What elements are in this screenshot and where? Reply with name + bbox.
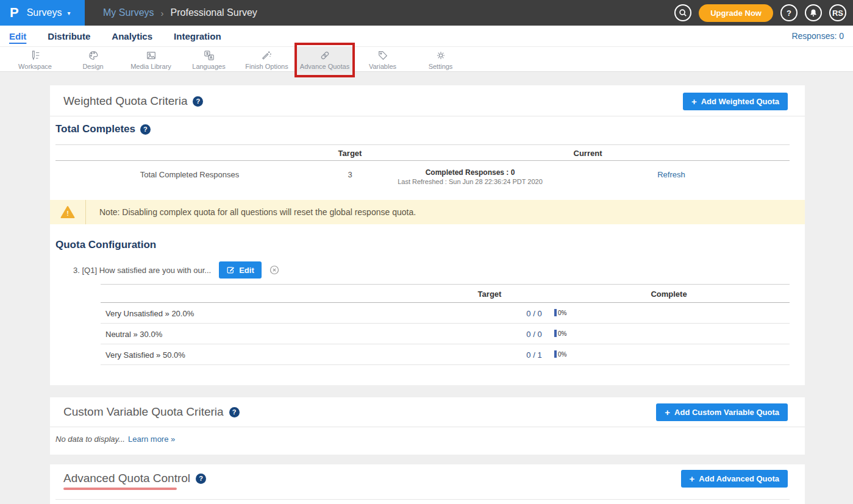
target-count: 0 / 1: [526, 350, 541, 360]
toolbar-item-settings[interactable]: Settings: [412, 47, 469, 72]
help-icon[interactable]: ?: [196, 474, 206, 484]
search-button[interactable]: [674, 4, 691, 21]
plus-icon: +: [690, 474, 695, 484]
divider: [50, 116, 805, 116]
quota-question-row: 3. [Q1] How satisfied are you with our..…: [73, 261, 279, 279]
palette-icon: [88, 50, 99, 61]
progress-indicator: 0%: [554, 330, 566, 337]
add-advanced-quota-button[interactable]: + Add Advanced Quota: [681, 470, 788, 488]
toolbar-item-variables[interactable]: Variables: [354, 47, 412, 72]
product-name: Surveys: [27, 7, 62, 18]
progress-percent: 0%: [558, 310, 566, 316]
annotation-underline: [63, 488, 177, 490]
topbar-actions: Upgrade Now ? RS: [674, 4, 853, 22]
advanced-quota-title: Advanced Quota Control ?: [63, 472, 206, 485]
divider: [55, 499, 790, 500]
survey-tab-bar: Edit Distribute Analytics Integration Re…: [0, 26, 853, 47]
column-current: Current: [574, 149, 602, 158]
image-icon: [146, 50, 157, 61]
chevron-down-icon: ▾: [67, 10, 70, 16]
chain-link-icon: [319, 50, 330, 61]
table-row: Neutral » 30.0% 0 / 0 0%: [101, 324, 790, 344]
tab-edit[interactable]: Edit: [9, 31, 26, 41]
plus-icon: +: [665, 407, 670, 417]
svg-text:!: !: [66, 210, 69, 217]
top-bar: P Surveys ▾ My Surveys › Professional Su…: [0, 0, 853, 26]
advanced-quota-card: Advanced Quota Control ? + Add Advanced …: [50, 464, 805, 504]
add-weighted-quota-button[interactable]: + Add Weighted Quota: [683, 93, 788, 110]
question-label: 3. [Q1] How satisfied are you with our..…: [73, 266, 211, 275]
row-label: Total Completed Responses: [140, 170, 240, 179]
user-avatar[interactable]: RS: [829, 4, 846, 21]
answer-option-label: Very Satisfied » 50.0%: [105, 350, 185, 360]
custom-variable-quota-card: Custom Variable Quota Criteria ? + Add C…: [50, 397, 805, 455]
remove-quota-icon[interactable]: [269, 265, 279, 275]
help-button[interactable]: ?: [780, 4, 798, 21]
answer-option-label: Neutral » 30.0%: [105, 330, 162, 339]
empty-state-text: No data to display...: [55, 435, 125, 444]
tab-integration[interactable]: Integration: [174, 31, 221, 41]
tab-distribute[interactable]: Distribute: [48, 31, 90, 41]
progress-bar: [554, 350, 557, 358]
answer-option-label: Very Unsatisfied » 20.0%: [105, 309, 194, 318]
help-icon[interactable]: ?: [193, 96, 203, 107]
workspace-icon: [30, 50, 41, 61]
table-row: Very Unsatisfied » 20.0% 0 / 0 0%: [101, 303, 790, 324]
toolbar-item-workspace[interactable]: Workspace: [6, 47, 64, 72]
add-custom-variable-quota-button[interactable]: + Add Custom Variable Quota: [656, 403, 788, 421]
toolbar-item-media-library[interactable]: Media Library: [122, 47, 180, 72]
edit-quota-button[interactable]: Edit: [219, 261, 262, 279]
edit-toolbar: Workspace Design Media Library Languages: [0, 47, 853, 72]
target-count: 0 / 0: [526, 309, 541, 318]
note-text: Note: Disabling complex quota for all qu…: [86, 200, 416, 224]
toolbar-item-finish-options[interactable]: Finish Options: [238, 47, 296, 72]
table-header: Target Current: [55, 144, 790, 161]
questionpro-logo-icon: P: [10, 5, 19, 21]
tag-icon: [377, 50, 388, 61]
divider: [50, 427, 805, 427]
custom-variable-quota-title: Custom Variable Quota Criteria ?: [63, 405, 240, 419]
progress-percent: 0%: [558, 330, 566, 337]
translate-icon: [204, 50, 215, 61]
breadcrumb-current-survey: Professional Survey: [171, 7, 257, 18]
page-content: Weighted Quota Criteria ? + Add Weighted…: [0, 72, 853, 504]
total-completes-heading: Total Completes ?: [55, 123, 151, 135]
help-icon[interactable]: ?: [140, 124, 151, 135]
toolbar-item-design[interactable]: Design: [64, 47, 122, 72]
table-row: Total Completed Responses 3 Completed Re…: [55, 161, 790, 195]
bell-icon: [809, 9, 818, 17]
weighted-quota-card: Weighted Quota Criteria ? + Add Weighted…: [50, 85, 805, 385]
surveys-menu[interactable]: P Surveys ▾: [0, 0, 85, 26]
breadcrumb: My Surveys › Professional Survey: [103, 7, 257, 18]
breadcrumb-my-surveys[interactable]: My Surveys: [103, 7, 154, 18]
column-target: Target: [478, 289, 502, 299]
toolbar-item-advance-quotas[interactable]: Advance Quotas: [296, 47, 354, 72]
edit-pencil-icon: [226, 266, 235, 274]
search-icon: [679, 9, 687, 17]
target-count: 0 / 0: [526, 330, 541, 339]
warning-icon: !: [50, 200, 86, 224]
help-icon[interactable]: ?: [229, 407, 240, 417]
progress-percent: 0%: [558, 351, 566, 358]
tab-analytics[interactable]: Analytics: [112, 31, 152, 41]
toolbar-item-languages[interactable]: Languages: [180, 47, 238, 72]
responses-count: Responses: 0: [791, 31, 844, 41]
refresh-link[interactable]: Refresh: [657, 170, 685, 179]
target-value: 3: [348, 170, 352, 179]
note-banner: ! Note: Disabling complex quota for all …: [50, 200, 805, 224]
last-refreshed-timestamp: Last Refreshed : Sun Jun 28 22:36:24 PDT…: [398, 178, 543, 185]
upgrade-now-button[interactable]: Upgrade Now: [699, 4, 773, 22]
progress-indicator: 0%: [554, 309, 566, 316]
quota-configuration-heading: Quota Configuration: [55, 239, 156, 251]
progress-bar: [554, 330, 557, 337]
question-mark-icon: ?: [787, 9, 791, 18]
weighted-quota-title: Weighted Quota Criteria ?: [63, 94, 203, 108]
notifications-button[interactable]: [805, 4, 822, 21]
quota-configuration-table: Target Complete Very Unsatisfied » 20.0%…: [101, 284, 790, 365]
learn-more-link[interactable]: Learn more »: [128, 435, 175, 444]
questionpro-app: P Surveys ▾ My Surveys › Professional Su…: [0, 0, 853, 504]
progress-indicator: 0%: [554, 350, 566, 358]
table-row: Very Satisfied » 50.0% 0 / 1 0%: [101, 344, 790, 365]
empty-state-row: No data to display... Learn more »: [55, 435, 175, 444]
gear-icon: [435, 50, 446, 61]
